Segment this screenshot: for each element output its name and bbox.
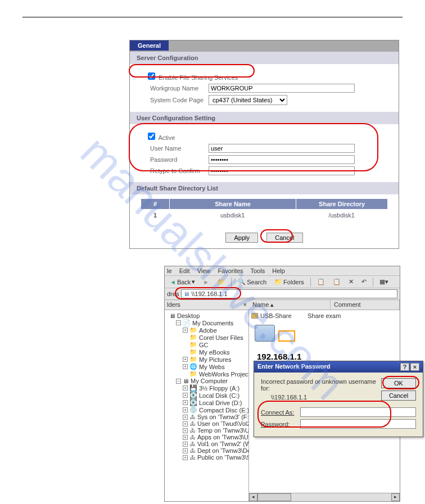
cell-share-dir: /usbdisk1 — [296, 210, 387, 220]
folder-icon: 📁 — [189, 326, 197, 334]
tree-adobe[interactable]: Adobe — [199, 327, 217, 334]
tree-deptx[interactable]: Dept on 'Twnw3\Develop' (X:) — [197, 447, 249, 454]
folders-pane-header: lders × — [165, 300, 249, 310]
code-page-label: System Code Page — [141, 97, 209, 103]
expand-icon[interactable]: + — [183, 428, 188, 433]
expand-icon[interactable]: + — [183, 385, 188, 391]
tree-pictures[interactable]: My Pictures — [199, 356, 231, 363]
menu-favorites[interactable]: Favorites — [218, 267, 243, 274]
scroll-right-icon[interactable]: ▸ — [391, 493, 400, 501]
scroll-left-icon[interactable]: ◂ — [249, 493, 257, 501]
delete-icon[interactable]: ✕ — [346, 277, 356, 287]
username-input[interactable] — [209, 144, 355, 153]
forward-button[interactable]: ► — [200, 278, 212, 287]
menu-tools[interactable]: Tools — [250, 267, 265, 274]
collapse-icon[interactable]: − — [176, 379, 181, 384]
mydocs-icon: 📄 — [183, 319, 191, 326]
search-button[interactable]: 🔍 Search — [235, 277, 269, 287]
tree-floppy[interactable]: 3½ Floppy (A:) — [199, 385, 239, 392]
expand-icon[interactable]: + — [183, 400, 188, 405]
up-button[interactable]: 📁 — [214, 277, 228, 287]
expand-icon[interactable]: + — [183, 435, 188, 440]
menu-help[interactable]: Help — [272, 267, 285, 274]
help-icon[interactable]: ? — [400, 363, 409, 371]
active-checkbox[interactable] — [148, 133, 155, 140]
tree-volw[interactable]: Vol1 on 'Twnw2' (W:) — [197, 441, 249, 447]
computer-icon: 🖥 — [183, 378, 189, 384]
code-page-select[interactable]: cp437 (United States) — [209, 95, 287, 105]
netdrive-icon: 🖧 — [189, 420, 196, 427]
dropdown-icon: ▾ — [192, 278, 195, 285]
address-input[interactable]: 🖥 \\192.168.1.1 — [181, 289, 397, 298]
menu-edit[interactable]: Edit — [179, 267, 190, 274]
folders-label: Folders — [283, 279, 304, 285]
expand-icon[interactable]: + — [183, 364, 188, 369]
drive-icon: 💽 — [189, 399, 197, 406]
tree-mydocs[interactable]: My Documents — [192, 320, 233, 326]
folders-button[interactable]: 📁 Folders — [272, 277, 307, 287]
cancel-button[interactable]: Cancel — [266, 233, 302, 243]
tree-localc[interactable]: Local Disk (C:) — [199, 392, 239, 399]
retype-input[interactable] — [209, 166, 355, 175]
general-panel: General Server Configuration Enable File… — [129, 40, 399, 249]
menu-view[interactable]: View — [197, 267, 211, 274]
scroll-thumb[interactable] — [257, 493, 291, 501]
dialog-title-text: Enter Network Password — [257, 363, 331, 371]
tree-gc[interactable]: GC — [199, 342, 209, 348]
expand-icon[interactable]: + — [183, 421, 188, 426]
netdrive-icon: 🖧 — [189, 434, 196, 441]
expand-icon[interactable]: + — [183, 442, 188, 447]
workgroup-name-label: Workgroup Name — [141, 85, 209, 92]
password-input[interactable] — [209, 155, 355, 164]
workgroup-name-input[interactable] — [209, 84, 355, 93]
computer-icon: 🖥 — [183, 290, 189, 297]
tree-desktop[interactable]: Desktop — [177, 312, 200, 319]
tree-corel[interactable]: Corel User Files — [199, 334, 243, 341]
tree-compact[interactable]: Compact Disc (E:) — [199, 407, 249, 414]
forward-arrow-icon: ► — [203, 279, 209, 285]
menu-file[interactable]: le — [167, 267, 172, 274]
enable-file-sharing-checkbox[interactable] — [148, 72, 155, 80]
expand-icon[interactable]: + — [183, 448, 188, 453]
tree-tempt[interactable]: Temp on 'Twnw3\Utl' (T:) — [197, 427, 249, 434]
tree-mycomp[interactable]: My Computer — [191, 378, 228, 384]
tree-ebooks[interactable]: My eBooks — [199, 349, 229, 356]
ok-button[interactable]: OK — [381, 378, 416, 388]
expand-icon[interactable]: + — [183, 415, 188, 420]
retype-label: Retype to Confirm — [141, 167, 209, 174]
expand-icon[interactable]: + — [183, 393, 188, 398]
tree-sysf[interactable]: Sys on 'Twnw3' (F:) — [197, 414, 249, 420]
back-button[interactable]: ◄ Back ▾ — [167, 277, 198, 287]
views-icon[interactable]: ▦▾ — [377, 277, 391, 287]
tree-appsu[interactable]: Apps on 'Twnw3\Utl' (U:) — [197, 434, 249, 441]
undo-icon[interactable]: ↶ — [359, 277, 369, 287]
share-item-row[interactable]: USB-Share Share exam — [249, 312, 400, 319]
col-name-header[interactable]: Name ▴ — [249, 300, 331, 310]
copy-to-icon[interactable]: 📋 — [330, 277, 343, 287]
tree-webs[interactable]: My Webs — [199, 364, 225, 370]
expand-icon[interactable]: + — [183, 407, 188, 412]
floppy-icon: 💾 — [189, 384, 197, 392]
tab-general[interactable]: General — [130, 40, 169, 51]
share-table-header: # Share Name Share Directory — [141, 199, 387, 209]
folder-tree[interactable]: 🖥Desktop −📄My Documents +📁Adobe 📁Corel U… — [165, 310, 249, 501]
expand-icon[interactable]: + — [183, 357, 188, 362]
netdrive-icon: 🖧 — [189, 414, 196, 420]
close-icon[interactable]: × — [410, 363, 419, 371]
dialog-password-input[interactable] — [300, 419, 416, 429]
horizontal-scrollbar[interactable]: ◂ ▸ — [249, 493, 400, 501]
expand-icon[interactable]: + — [183, 455, 188, 460]
apply-button[interactable]: Apply — [225, 233, 258, 243]
tree-userm[interactable]: User on 'Twud\Vol2' (M:) — [197, 420, 249, 427]
close-pane-icon[interactable]: × — [243, 301, 247, 308]
tree-publicy[interactable]: Public on 'Twnw3\Sys' (Y:) — [197, 454, 249, 461]
col-comment-header[interactable]: Comment — [331, 300, 400, 310]
move-to-icon[interactable]: 📋 — [314, 277, 328, 287]
collapse-icon[interactable]: − — [176, 320, 181, 325]
dialog-cancel-button[interactable]: Cancel — [381, 391, 416, 401]
connect-as-input[interactable] — [300, 407, 416, 417]
tree-webworks[interactable]: WebWorks Projects — [199, 371, 249, 378]
tree-locald[interactable]: Local Drive (D:) — [199, 399, 242, 406]
dialog-password-label: Password: — [261, 421, 300, 428]
expand-icon[interactable]: + — [183, 328, 188, 333]
